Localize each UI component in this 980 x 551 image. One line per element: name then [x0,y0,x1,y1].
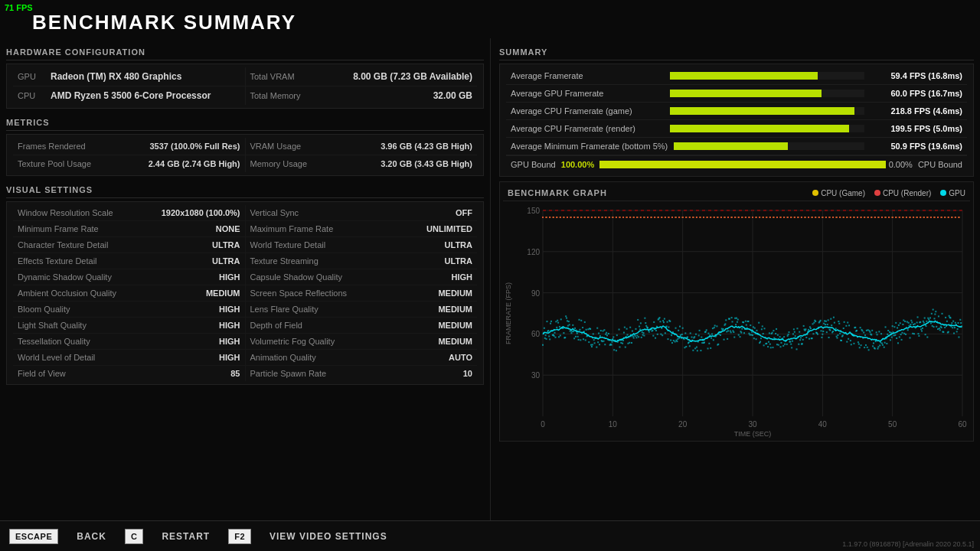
legend-label: CPU (Game) [821,189,865,197]
vs-left-label: Window Resolution Scale [18,208,113,217]
graph-title-row: BENCHMARK GRAPH CPU (Game) CPU (Render) … [503,185,970,201]
vs-left-value: NONE [216,224,240,233]
vs-right-cell: Texture Streaming ULTRA [245,253,478,269]
summary-row: Average CPU Framerate (game) 218.8 FPS (… [506,103,967,120]
vram-usage-cell: VRAM Usage 3.96 GB (4.23 GB High) [245,138,478,155]
vs-left-label: Light Shaft Quality [18,321,87,330]
summary-bar-wrap [670,125,864,132]
vs-row: Minimum Frame Rate NONE Maximum Frame Ra… [13,221,477,237]
summary-bar [674,142,788,150]
gpu-cpu-bound-row: GPU Bound 100.00% 0.00% CPU Bound [506,155,967,173]
vs-right-cell: Depth of Field MEDIUM [245,318,478,333]
total-memory-label: Total Memory [250,91,427,100]
cpu-bound-label: CPU Bound [916,160,962,169]
vs-left-cell: Window Resolution Scale 1920x1080 (100.0… [13,205,245,220]
vs-right-value: AUTO [449,353,472,362]
graph-title: BENCHMARK GRAPH [508,188,607,197]
vs-right-cell: Volumetric Fog Quality MEDIUM [245,334,478,349]
gpu-bound-value: 100.00% [559,160,597,169]
back-label: BACK [77,531,106,542]
page-title: BENCHMARK SUMMARY [32,11,296,34]
vs-left-label: Bloom Quality [18,305,70,314]
total-memory-cell: Total Memory 32.00 GB [245,86,478,105]
summary-label: Average CPU Framerate (render) [511,124,664,133]
vs-left-value: 1920x1080 (100.0%) [162,208,240,217]
frames-rendered-cell: Frames Rendered 3537 (100.0% Full Res) [13,138,245,155]
legend-item: CPU (Render) [874,189,931,197]
legend-label: CPU (Render) [883,189,931,197]
legend-dot [874,190,880,196]
vs-right-label: World Texture Detail [250,240,326,249]
vs-row: Character Texture Detail ULTRA World Tex… [13,237,477,253]
vs-right-value: MEDIUM [438,337,472,346]
vs-left-value: HIGH [219,321,240,330]
vs-left-cell: Field of View 85 [13,366,245,381]
vs-right-value: MEDIUM [438,321,472,330]
summary-bar [670,107,854,115]
summary-bar-wrap [670,107,864,115]
view-settings-label: VIEW VIDEO SETTINGS [270,531,387,542]
version-info: 1.1.97.0 (8916878) [Adrenalin 2020 20.5.… [842,540,974,548]
metrics-box: Frames Rendered 3537 (100.0% Full Res) V… [6,134,484,176]
left-panel: HARDWARE CONFIGURATION GPU Radeon (TM) R… [0,38,490,520]
vs-left-cell: Effects Texture Detail ULTRA [13,253,245,269]
hardware-box: GPU Radeon (TM) RX 480 Graphics Total VR… [6,64,484,109]
vs-left-cell: Light Shaft Quality HIGH [13,318,245,333]
summary-section-title: SUMMARY [499,43,974,60]
summary-fps: 199.5 FPS (5.0ms) [871,124,962,133]
vs-left-label: Minimum Frame Rate [18,224,99,233]
summary-row: Average CPU Framerate (render) 199.5 FPS… [506,120,967,138]
vs-left-value: HIGH [219,305,240,314]
fps-counter: 71 FPS [5,3,33,12]
summary-row: Average Minimum Framerate (bottom 5%) 50… [506,138,967,155]
texture-pool-label: Texture Pool Usage [18,159,91,168]
vs-left-label: World Level of Detail [18,353,95,362]
vs-row: Window Resolution Scale 1920x1080 (100.0… [13,205,477,221]
memory-usage-label: Memory Usage [250,159,308,168]
vram-usage-value: 3.96 GB (4.23 GB High) [381,142,472,151]
vs-left-value: HIGH [219,272,240,282]
vs-right-value: 10 [463,369,472,378]
c-key[interactable]: C [125,529,143,544]
vs-right-label: Screen Space Reflections [250,289,348,298]
bound-bar-gpu [599,161,885,168]
frames-rendered-label: Frames Rendered [18,142,86,151]
vs-row: Dynamic Shadow Quality HIGH Capsule Shad… [13,269,477,285]
summary-bar [670,90,822,97]
texture-pool-cell: Texture Pool Usage 2.44 GB (2.74 GB High… [13,155,245,172]
f2-key[interactable]: F2 [228,529,251,544]
bottom-bar: ESCAPE BACK C RESTART F2 VIEW VIDEO SETT… [0,520,980,551]
vs-right-label: Animation Quality [250,353,316,362]
vs-row: Tessellation Quality HIGH Volumetric Fog… [13,334,477,350]
vs-left-label: Ambient Occlusion Quality [18,289,116,298]
vs-left-value: MEDIUM [206,289,240,298]
escape-key[interactable]: ESCAPE [9,529,58,544]
vs-right-cell: Particle Spawn Rate 10 [245,366,478,381]
vs-left-value: HIGH [219,337,240,346]
vs-left-cell: Character Texture Detail ULTRA [13,237,245,253]
benchmark-graph-box: BENCHMARK GRAPH CPU (Game) CPU (Render) … [499,181,974,442]
summary-bar-wrap [670,72,864,80]
summary-row: Average Framerate 59.4 FPS (16.8ms) [506,67,967,85]
memory-usage-value: 3.20 GB (3.43 GB High) [381,159,472,168]
vs-right-value: ULTRA [445,240,472,249]
summary-label: Average Minimum Framerate (bottom 5%) [511,142,668,151]
vs-left-label: Effects Texture Detail [18,256,97,266]
vs-row: Bloom Quality HIGH Lens Flare Quality ME… [13,302,477,318]
memory-usage-cell: Memory Usage 3.20 GB (3.43 GB High) [245,155,478,172]
cpu-cell: CPU AMD Ryzen 5 3500 6-Core Processor [13,86,245,105]
legend-label: GPU [949,189,965,197]
graph-legend: CPU (Game) CPU (Render) GPU [812,189,965,197]
total-vram-label: Total VRAM [250,72,348,81]
metrics-section-title: METRICS [6,113,484,131]
vs-right-label: Lens Flare Quality [250,305,318,314]
vs-left-label: Tessellation Quality [18,337,90,346]
visual-settings-section-title: VISUAL SETTINGS [6,181,484,198]
vs-row: Light Shaft Quality HIGH Depth of Field … [13,318,477,334]
visual-settings-box: Window Resolution Scale 1920x1080 (100.0… [6,201,484,385]
vs-right-label: Vertical Sync [250,208,299,217]
vs-right-label: Volumetric Fog Quality [250,337,335,346]
summary-bar [670,125,849,132]
vs-left-cell: Minimum Frame Rate NONE [13,221,245,236]
total-vram-value: 8.00 GB (7.23 GB Available) [353,71,472,82]
